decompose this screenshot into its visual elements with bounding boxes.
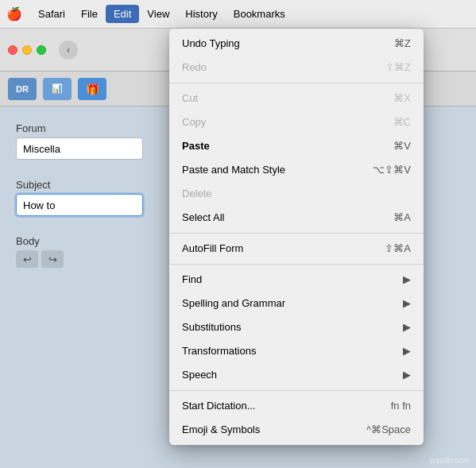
menu-item-paste-match-shortcut: ⌥⇧⌘V: [373, 161, 411, 179]
menu-item-speech-label: Speech: [182, 366, 217, 384]
toolbar-icon-gift[interactable]: 🎁: [78, 78, 106, 100]
menubar: 🍎 Safari File Edit View History Bookmark…: [0, 0, 476, 29]
subject-input[interactable]: [16, 194, 143, 216]
edit-dropdown-menu: Undo Typing ⌘Z Redo ⇧⌘Z Cut ⌘X Copy ⌘C P…: [169, 29, 424, 445]
menu-item-delete-label: Delete: [182, 185, 212, 203]
menu-item-substitutions[interactable]: Substitutions ▶: [169, 315, 424, 339]
menu-safari[interactable]: Safari: [30, 5, 73, 23]
menu-item-paste[interactable]: Paste ⌘V: [169, 134, 424, 158]
menu-item-copy-shortcut: ⌘C: [393, 114, 411, 131]
menu-item-undo-typing[interactable]: Undo Typing ⌘Z: [169, 32, 424, 56]
menu-item-dictation-label: Start Dictation...: [182, 397, 255, 415]
menu-item-cut[interactable]: Cut ⌘X: [169, 87, 424, 110]
toolbar-icon-dr[interactable]: DR: [8, 78, 37, 100]
menu-item-speech-arrow: ▶: [403, 366, 411, 384]
menu-item-speech[interactable]: Speech ▶: [169, 363, 424, 387]
menu-item-find-arrow: ▶: [403, 271, 411, 288]
menu-item-transformations-arrow: ▶: [403, 342, 411, 360]
menu-item-find[interactable]: Find ▶: [169, 268, 424, 292]
menu-item-copy[interactable]: Copy ⌘C: [169, 110, 424, 134]
menu-history[interactable]: History: [177, 5, 225, 23]
menu-item-spelling-label: Spelling and Grammar: [182, 295, 285, 312]
menu-item-transformations-label: Transformations: [182, 342, 256, 360]
separator-1: [169, 83, 424, 83]
menu-item-select-all-label: Select All: [182, 209, 224, 226]
menu-item-redo-label: Redo: [182, 59, 207, 76]
menu-item-redo[interactable]: Redo ⇧⌘Z: [169, 56, 424, 79]
menu-item-transformations[interactable]: Transformations ▶: [169, 339, 424, 363]
menu-item-dictation-shortcut: fn fn: [391, 397, 411, 415]
menu-item-paste-label: Paste: [182, 137, 210, 155]
menu-item-paste-match-label: Paste and Match Style: [182, 161, 285, 179]
menu-item-emoji-label: Emoji & Symbols: [182, 421, 260, 439]
apple-menu-icon[interactable]: 🍎: [6, 6, 22, 21]
menu-item-emoji-shortcut: ^⌘Space: [366, 421, 411, 439]
redo-button[interactable]: ↪: [41, 250, 64, 268]
menu-item-spelling-arrow: ▶: [403, 295, 411, 312]
undo-button[interactable]: ↩: [16, 250, 38, 268]
menu-view[interactable]: View: [139, 5, 177, 23]
separator-2: [169, 233, 424, 234]
menu-item-dictation[interactable]: Start Dictation... fn fn: [169, 394, 424, 418]
separator-4: [169, 390, 424, 391]
separator-3: [169, 264, 424, 265]
watermark: wsxdn.com: [430, 456, 470, 465]
close-button[interactable]: [8, 45, 17, 55]
menu-item-undo-typing-shortcut: ⌘Z: [394, 35, 411, 52]
menu-item-redo-shortcut: ⇧⌘Z: [385, 59, 411, 76]
menu-bookmarks[interactable]: Bookmarks: [226, 5, 293, 23]
menu-item-find-label: Find: [182, 271, 202, 288]
menu-item-autofill-label: AutoFill Form: [182, 240, 243, 257]
minimize-button[interactable]: [22, 45, 32, 55]
menu-edit[interactable]: Edit: [106, 5, 139, 23]
menu-item-delete[interactable]: Delete: [169, 182, 424, 206]
toolbar-icon-chart[interactable]: 📊: [43, 78, 72, 100]
menu-item-cut-label: Cut: [182, 90, 198, 107]
menu-item-copy-label: Copy: [182, 114, 206, 131]
menu-item-emoji[interactable]: Emoji & Symbols ^⌘Space: [169, 418, 424, 442]
menu-item-substitutions-arrow: ▶: [403, 319, 411, 336]
menu-item-select-all[interactable]: Select All ⌘A: [169, 206, 424, 230]
menu-item-spelling[interactable]: Spelling and Grammar ▶: [169, 292, 424, 315]
menu-item-paste-match-style[interactable]: Paste and Match Style ⌥⇧⌘V: [169, 158, 424, 182]
traffic-lights: [8, 45, 46, 55]
menu-item-autofill-shortcut: ⇧⌘A: [385, 240, 411, 257]
menu-item-paste-shortcut: ⌘V: [393, 137, 411, 155]
menu-item-autofill[interactable]: AutoFill Form ⇧⌘A: [169, 237, 424, 261]
menu-file[interactable]: File: [73, 5, 106, 23]
menu-item-cut-shortcut: ⌘X: [393, 90, 411, 107]
back-button[interactable]: ‹: [59, 41, 78, 60]
forum-input[interactable]: [16, 137, 143, 160]
maximize-button[interactable]: [37, 45, 46, 55]
menu-item-substitutions-label: Substitutions: [182, 319, 241, 336]
menu-item-undo-typing-label: Undo Typing: [182, 35, 240, 52]
menu-item-select-all-shortcut: ⌘A: [393, 209, 411, 226]
